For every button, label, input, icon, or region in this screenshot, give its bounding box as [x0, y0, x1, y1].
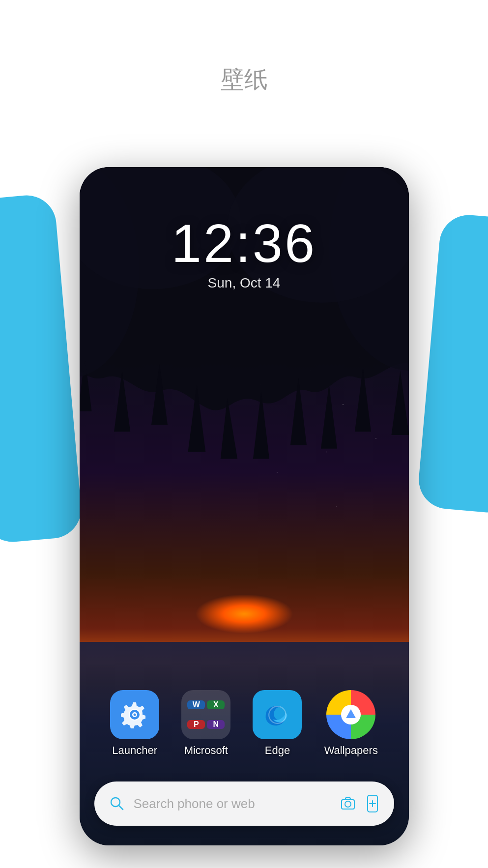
search-icon-wrap	[109, 796, 125, 811]
phone-scan-icon[interactable]	[366, 795, 379, 812]
onenote-icon: N	[207, 720, 225, 729]
camera-icon[interactable]	[340, 796, 356, 811]
launcher-icon	[110, 690, 159, 739]
edge-logo-icon	[261, 699, 293, 731]
search-icon	[109, 796, 125, 811]
wave-right	[416, 212, 488, 515]
clock-date: Sun, Oct 14	[80, 275, 409, 291]
launcher-label: Launcher	[112, 744, 157, 757]
app-launcher[interactable]: Launcher	[110, 690, 159, 757]
search-bar[interactable]: Search phone or web	[94, 781, 394, 826]
clock-area: 12:36 Sun, Oct 14	[80, 216, 409, 291]
edge-label: Edge	[265, 744, 290, 757]
apps-row: Launcher W X P N Microsoft	[80, 690, 409, 757]
wallpapers-icon	[326, 690, 375, 739]
wallpapers-triangle	[346, 709, 356, 718]
search-right-icons	[340, 795, 379, 812]
wallpapers-label: Wallpapers	[324, 744, 378, 757]
app-edge[interactable]: Edge	[253, 690, 302, 757]
clock-time: 12:36	[80, 216, 409, 270]
app-wallpapers[interactable]: Wallpapers	[324, 690, 378, 757]
svg-point-15	[345, 801, 351, 807]
phone-frame: 12:36 Sun, Oct 14 Launcher	[80, 167, 409, 845]
powerpoint-icon: P	[187, 720, 205, 729]
app-microsoft[interactable]: W X P N Microsoft	[181, 690, 230, 757]
wallpapers-inner	[341, 705, 361, 724]
microsoft-folder-icon: W X P N	[181, 690, 230, 739]
microsoft-label: Microsoft	[184, 744, 228, 757]
horizon-glow	[195, 594, 293, 634]
gear-icon	[120, 700, 149, 729]
svg-line-13	[119, 806, 123, 810]
edge-icon	[253, 690, 302, 739]
word-icon: W	[187, 700, 205, 709]
svg-point-9	[134, 714, 136, 716]
search-placeholder: Search phone or web	[134, 796, 331, 811]
page-title: 壁纸	[0, 64, 488, 95]
wave-left	[0, 193, 84, 545]
excel-icon: X	[207, 700, 225, 709]
